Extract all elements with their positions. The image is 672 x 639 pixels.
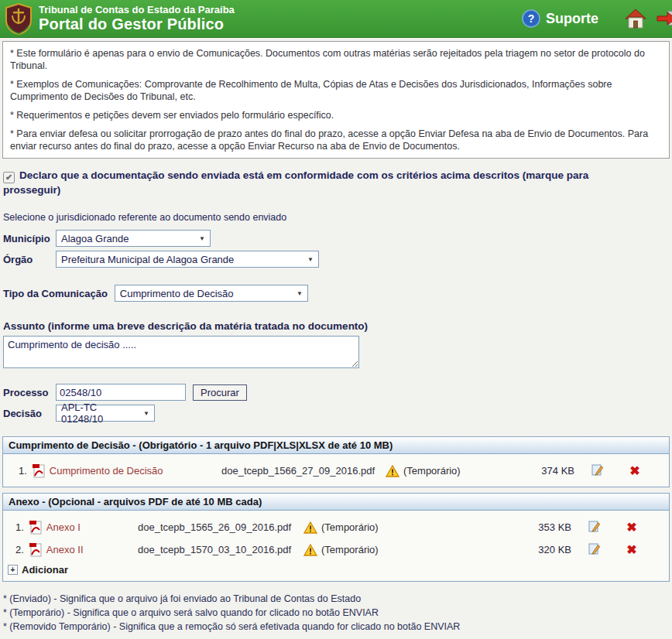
tipo-row: Tipo da Comunicação Cumprimento de Decis… (3, 285, 669, 302)
assunto-block: Assunto (informe uma breve descrição da … (3, 320, 669, 371)
file-type-label[interactable]: Cumprimento de Decisão (50, 465, 163, 477)
edit-file-icon[interactable] (579, 463, 616, 478)
file-row: 1. Anexo I doe_tcepb_1565_26_09_2016.pdf… (3, 516, 669, 538)
municipio-row: Município Alagoa Grande ▼ (3, 230, 669, 247)
orgao-select[interactable]: Prefeitura Municipal de Alagoa Grande ▼ (56, 251, 319, 268)
notice-line: * Requerimentos e petições devem ser env… (10, 109, 662, 121)
support-label: Suporte (546, 11, 598, 27)
page-title: Portal do Gestor Público (39, 15, 235, 32)
file-size: 353 KB (526, 521, 576, 533)
chevron-down-icon: ▼ (297, 290, 303, 297)
file-number: 1. (19, 465, 27, 477)
file-size: 374 KB (530, 465, 579, 477)
processo-label: Processo (3, 387, 56, 398)
delete-file-icon[interactable]: ✖ (616, 465, 653, 477)
file-name: doe_tcepb_1570_03_10_2016.pdf (138, 544, 303, 555)
delete-file-icon[interactable]: ✖ (613, 521, 650, 534)
municipio-select[interactable]: Alagoa Grande ▼ (56, 230, 211, 247)
home-icon[interactable] (625, 9, 646, 29)
file-number: 2. (15, 544, 24, 555)
file-name: doe_tcepb_1566_27_09_2016.pdf (221, 465, 386, 477)
file-name: doe_tcepb_1565_26_09_2016.pdf (138, 521, 303, 533)
orgao-row: Órgão Prefeitura Municipal de Alagoa Gra… (3, 251, 669, 268)
section-title: Cumprimento de Decisão - (Obrigatório - … (3, 437, 669, 454)
decisao-select[interactable]: APL-TC 01248/10 ▼ (56, 405, 155, 422)
support-link[interactable]: ? Suporte (522, 9, 598, 28)
legend-line: * (Enviado) - Significa que o arquivo já… (3, 593, 669, 606)
tce-pb-logo (5, 3, 33, 35)
declaration-label: Declaro que a documentação sendo enviada… (3, 169, 588, 196)
processo-input[interactable] (56, 384, 186, 401)
question-icon: ? (522, 9, 540, 28)
jurisdicionado-intro: Selecione o jurisdicionado referente ao … (3, 212, 669, 223)
tipo-value: Cumprimento de Decisão (120, 288, 234, 299)
header-titles: Tribunal de Contas do Estado da Paraíba … (39, 5, 235, 32)
file-status-label: (Temporário) (321, 521, 379, 533)
question-glyph: ? (528, 12, 535, 25)
declaration-checkbox[interactable]: ✔ (3, 172, 15, 183)
file-size: 320 KB (526, 544, 576, 555)
plus-icon: + (8, 565, 18, 575)
legend-line: * (Removido Temporário) - Significa que … (3, 620, 669, 634)
tipo-select[interactable]: Cumprimento de Decisão ▼ (115, 285, 308, 302)
instructions-box: * Este formulário é apenas para o envio … (2, 41, 670, 159)
pdf-icon (29, 520, 42, 535)
assunto-label: Assunto (informe uma breve descrição da … (3, 320, 669, 332)
file-type-label[interactable]: Anexo I (46, 521, 81, 533)
chevron-down-icon: ▼ (199, 235, 205, 242)
decisao-label: Decisão (3, 408, 56, 419)
file-row: 1. Cumprimento de Decisão doe_tcepb_1566… (3, 460, 669, 482)
file-type-label[interactable]: Anexo II (46, 544, 84, 555)
pdf-icon (32, 463, 45, 478)
pdf-icon (29, 542, 42, 557)
municipio-label: Município (3, 233, 56, 244)
anexo-section: Anexo - (Opcional - arquivos PDF de até … (2, 493, 670, 582)
tipo-label: Tipo da Comunicação (3, 288, 108, 299)
notice-line: * Este formulário é apenas para o envio … (10, 47, 662, 72)
delete-file-icon[interactable]: ✖ (613, 544, 650, 556)
decisao-row: Decisão APL-TC 01248/10 ▼ (3, 405, 669, 422)
warning-icon (386, 465, 399, 477)
add-anexo-label: Adicionar (22, 564, 68, 576)
org-title: Tribunal de Contas do Estado da Paraíba (39, 5, 235, 15)
orgao-value: Prefeitura Municipal de Alagoa Grande (61, 254, 234, 265)
section-title: Anexo - (Opcional - arquivos PDF de até … (3, 494, 669, 511)
municipio-value: Alagoa Grande (61, 233, 129, 244)
edit-file-icon[interactable] (576, 520, 613, 535)
file-row: 2. Anexo II doe_tcepb_1570_03_10_2016.pd… (3, 538, 669, 561)
warning-icon (303, 521, 317, 534)
procurar-button[interactable]: Procurar (193, 384, 247, 401)
app-header: Tribunal de Contas do Estado da Paraíba … (0, 0, 672, 38)
status-legend: * (Enviado) - Significa que o arquivo já… (3, 593, 669, 634)
notice-line: * Exemplos de Comunicações: Comprovante … (10, 78, 662, 103)
file-status-label: (Temporário) (403, 465, 461, 477)
processo-row: Processo Procurar (3, 384, 669, 401)
chevron-down-icon: ▼ (143, 410, 149, 417)
exit-icon[interactable] (656, 9, 672, 28)
cumprimento-section: Cumprimento de Decisão - (Obrigatório - … (2, 436, 670, 487)
add-anexo-button[interactable]: + Adicionar (3, 561, 669, 576)
file-number: 1. (15, 521, 24, 533)
legend-line: * (Temporário) - Significa que o arquivo… (3, 607, 669, 620)
decisao-value: APL-TC 01248/10 (61, 402, 137, 425)
assunto-textarea[interactable]: Cumprimento de decisão ..... (3, 336, 359, 368)
chevron-down-icon: ▼ (307, 256, 314, 263)
orgao-label: Órgão (3, 254, 56, 265)
notice-line: * Para enviar defesa ou solicitar prorro… (10, 128, 662, 152)
header-actions: ? Suporte (522, 9, 672, 29)
edit-file-icon[interactable] (576, 542, 613, 557)
declaration-row: ✔Declaro que a documentação sendo enviad… (3, 169, 644, 196)
file-status-label: (Temporário) (321, 544, 379, 555)
warning-icon (303, 544, 317, 556)
